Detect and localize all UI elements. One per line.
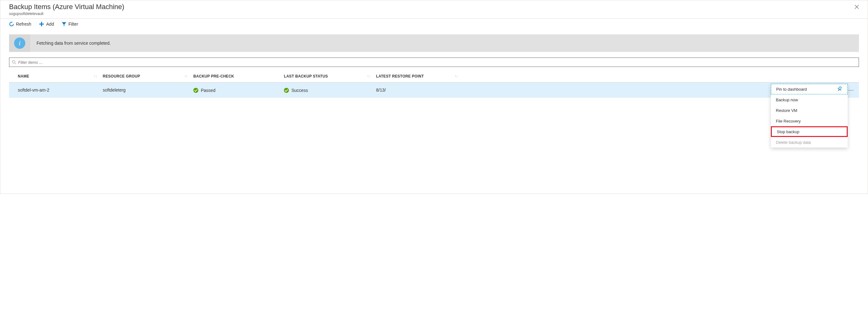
- sort-icon: ↑↓: [455, 75, 458, 78]
- col-name[interactable]: NAME↑↓: [9, 74, 103, 79]
- row-more-button[interactable]: ···: [846, 87, 856, 93]
- menu-restore-vm[interactable]: Restore VM: [771, 105, 848, 116]
- add-label: Add: [46, 22, 54, 27]
- filter-items-box[interactable]: [9, 57, 859, 67]
- refresh-icon: [9, 22, 14, 27]
- sort-icon: ↑↓: [94, 75, 97, 78]
- search-icon: [12, 60, 16, 64]
- svg-line-1: [15, 63, 16, 64]
- notice-text: Fetching data from service completed.: [30, 40, 111, 46]
- backup-items-panel: Backup Items (Azure Virtual Machine) sog…: [0, 0, 868, 194]
- pin-icon: [837, 86, 842, 92]
- menu-backup-now[interactable]: Backup now: [771, 94, 848, 105]
- cell-status: Success: [284, 87, 376, 93]
- status-notice: i Fetching data from service completed.: [9, 34, 859, 52]
- table-header: NAME↑↓ RESOURCE GROUP↑↓ BACKUP PRE-CHECK…: [9, 70, 859, 83]
- svg-point-0: [12, 60, 15, 63]
- menu-pin-to-dashboard[interactable]: Pin to dashboard: [771, 84, 848, 94]
- menu-delete-backup-data: Delete backup data: [771, 137, 848, 147]
- col-latest-restore-point[interactable]: LATEST RESTORE POINT↑↓: [376, 74, 464, 79]
- col-precheck[interactable]: BACKUP PRE-CHECK: [193, 74, 284, 79]
- success-check-icon: [193, 88, 198, 93]
- row-context-menu: Pin to dashboard Backup now Restore VM F…: [771, 84, 848, 147]
- col-last-backup-status[interactable]: LAST BACKUP STATUS↑↓: [284, 74, 376, 79]
- close-icon[interactable]: [852, 3, 862, 12]
- table-row[interactable]: softdel-vm-am-2 softdeleterg Passed Succ…: [9, 83, 859, 98]
- menu-stop-backup[interactable]: Stop backup: [771, 126, 848, 137]
- panel-header: Backup Items (Azure Virtual Machine) sog…: [0, 0, 868, 19]
- sort-icon: ↑↓: [184, 75, 188, 78]
- cell-resource-group: softdeleterg: [103, 87, 193, 92]
- plus-icon: [39, 21, 44, 27]
- cell-precheck: Passed: [193, 87, 284, 93]
- page-title: Backup Items (Azure Virtual Machine): [9, 3, 124, 11]
- menu-file-recovery[interactable]: File Recovery: [771, 116, 848, 126]
- refresh-button[interactable]: Refresh: [9, 22, 31, 27]
- col-resource-group[interactable]: RESOURCE GROUP↑↓: [103, 74, 193, 79]
- info-icon: i: [14, 37, 25, 49]
- success-check-icon: [284, 88, 289, 93]
- refresh-label: Refresh: [16, 22, 31, 27]
- cell-name: softdel-vm-am-2: [9, 87, 103, 92]
- command-bar: Refresh Add Filter: [0, 19, 868, 29]
- filter-button[interactable]: Filter: [62, 22, 78, 27]
- filter-label: Filter: [68, 22, 78, 27]
- filter-icon: [62, 22, 66, 27]
- sort-icon: ↑↓: [367, 75, 370, 78]
- backup-items-table: NAME↑↓ RESOURCE GROUP↑↓ BACKUP PRE-CHECK…: [9, 70, 859, 98]
- vault-name: sogupsoftdeletevault: [9, 11, 124, 16]
- add-button[interactable]: Add: [39, 21, 54, 27]
- cell-restore-point: 8/13/: [376, 87, 464, 92]
- filter-input[interactable]: [16, 60, 856, 65]
